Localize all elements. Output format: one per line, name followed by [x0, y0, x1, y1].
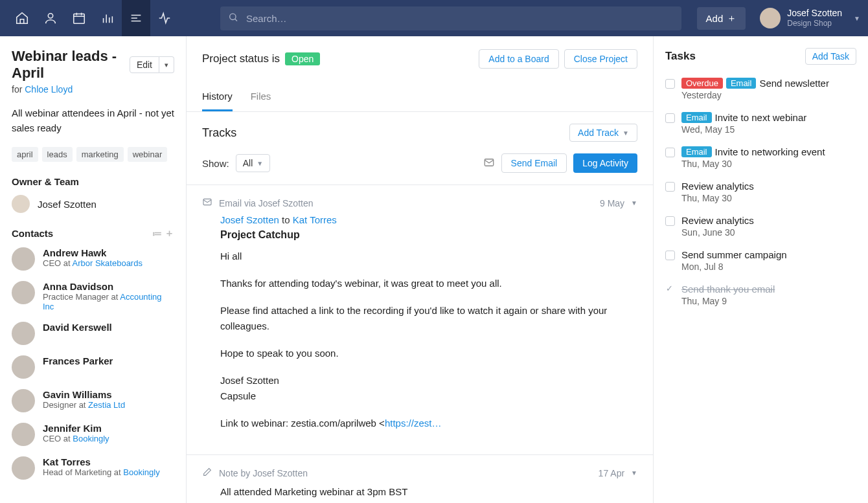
chevron-down-icon[interactable]: ▼ [631, 199, 637, 207]
list-icon[interactable] [122, 0, 150, 36]
task-date: Sun, June 30 [681, 227, 754, 238]
mail-icon[interactable] [483, 157, 495, 170]
for-link[interactable]: Chloe Lloyd [25, 84, 73, 95]
company-link[interactable]: Arbor Skateboards [73, 258, 143, 268]
contact-item[interactable]: Jennifer KimCEO at Bookingly [12, 423, 174, 446]
add-track-button[interactable]: Add Track ▼ [569, 124, 637, 142]
task-title: Invite to next webinar [715, 112, 807, 123]
task-title-line[interactable]: EmailInvite to networking event [681, 146, 825, 157]
user-name: Josef Szotten [787, 8, 842, 19]
add-contact-icon[interactable]: ＋ [165, 227, 174, 240]
add-to-board-button[interactable]: Add to a Board [479, 49, 558, 69]
tab-files[interactable]: Files [251, 91, 271, 111]
task-item: Review analyticsThu, May 30 [665, 181, 856, 203]
avatar [12, 355, 35, 379]
task-checkbox[interactable] [665, 148, 675, 157]
tag-chip[interactable]: webinar [128, 147, 168, 162]
search-box [220, 6, 681, 30]
contact-item[interactable]: David Kerswell [12, 322, 174, 345]
webinar-link[interactable]: https://zest… [385, 418, 442, 429]
owner-row[interactable]: Josef Szotten [12, 195, 174, 213]
log-activity-button[interactable]: Log Activity [573, 153, 637, 173]
feed-date: 9 May [600, 198, 624, 208]
person-icon[interactable] [36, 0, 65, 36]
tag-chip[interactable]: april [12, 147, 38, 162]
contact-item[interactable]: Gavin WilliamsDesigner at Zestia Ltd [12, 389, 174, 412]
contact-subtitle: Head of Marketing at Bookingly [43, 467, 160, 477]
contact-item[interactable]: Kat TorresHead of Marketing at Bookingly [12, 456, 174, 480]
feed-to-link[interactable]: Kat Torres [293, 214, 337, 225]
task-title-line[interactable]: Review analytics [681, 181, 754, 192]
activity-icon[interactable] [150, 0, 179, 36]
task-title: Review analytics [681, 181, 754, 192]
task-title-line[interactable]: OverdueEmailSend newsletter [681, 78, 829, 89]
contact-subtitle: Practice Manager at Accounting Inc [43, 292, 174, 311]
company-link[interactable]: Zestia Ltd [88, 400, 125, 410]
chart-icon[interactable] [93, 0, 122, 36]
task-date: Thu, May 30 [681, 193, 754, 203]
contact-subtitle: CEO at Arbor Skateboards [43, 258, 143, 268]
page-title: Webinar leads - April [12, 48, 124, 82]
contact-item[interactable]: Anna DavidsonPractice Manager at Account… [12, 281, 174, 311]
avatar [12, 195, 30, 213]
task-date: Thu, May 9 [681, 296, 775, 306]
show-filter-select[interactable]: All ▼ [236, 154, 270, 172]
user-sub: Design Shop [787, 19, 842, 28]
calendar-icon[interactable] [65, 0, 93, 36]
show-label: Show: [202, 158, 229, 169]
add-button-label: Add [706, 13, 724, 24]
contact-name: Anna Davidson [43, 281, 174, 292]
task-checkbox[interactable] [665, 251, 675, 260]
avatar [12, 456, 35, 480]
edit-caret-button[interactable]: ▾ [159, 56, 174, 73]
task-checkbox[interactable] [665, 285, 675, 295]
feed-from-link[interactable]: Josef Szotten [220, 214, 279, 225]
plus-icon: ＋ [727, 12, 737, 25]
feed-item: Email via Josef Szotten 9 May ▼ Josef Sz… [187, 185, 653, 455]
send-email-button[interactable]: Send Email [501, 153, 567, 173]
task-item: EmailInvite to networking eventThu, May … [665, 146, 856, 169]
task-checkbox[interactable] [665, 216, 675, 226]
task-title-line[interactable]: EmailInvite to next webinar [681, 112, 806, 123]
company-link[interactable]: Bookingly [123, 467, 159, 477]
task-item: Review analyticsSun, June 30 [665, 215, 856, 238]
task-title-line[interactable]: Send thank you email [681, 284, 775, 295]
tag-chip[interactable]: marketing [76, 147, 124, 162]
search-icon [228, 12, 238, 25]
topbar: Add ＋ Josef Szotten Design Shop ▼ [0, 0, 868, 36]
contact-name: David Kerswell [43, 322, 112, 333]
task-checkbox[interactable] [665, 182, 675, 192]
email-pill: Email [726, 78, 757, 89]
task-checkbox[interactable] [665, 79, 675, 89]
home-icon[interactable] [8, 0, 36, 36]
user-info: Josef Szotten Design Shop [787, 8, 842, 28]
add-button[interactable]: Add ＋ [697, 7, 746, 30]
tab-history[interactable]: History [202, 91, 233, 111]
edit-button[interactable]: Edit [130, 56, 159, 73]
avatar [12, 423, 35, 446]
tag-chip[interactable]: leads [42, 147, 73, 162]
feed-type-line: Note by Josef Szotten [219, 468, 308, 478]
avatar [12, 322, 35, 345]
task-title-line[interactable]: Review analytics [681, 215, 754, 226]
task-date: Thu, May 30 [681, 159, 825, 169]
chevron-down-icon[interactable]: ▼ [631, 469, 637, 476]
contact-subtitle: Designer at Zestia Ltd [43, 400, 125, 410]
nav-icons [8, 0, 179, 36]
company-link[interactable]: Bookingly [73, 434, 109, 443]
project-description: All webinar attendees in April - not yet… [12, 106, 174, 135]
task-date: Yesterday [681, 90, 829, 100]
user-menu[interactable]: Josef Szotten Design Shop ▼ [760, 8, 860, 28]
task-title-line[interactable]: Send summer campaign [681, 249, 787, 260]
contact-item[interactable]: Andrew HawkCEO at Arbor Skateboards [12, 247, 174, 271]
chevron-down-icon: ▼ [854, 15, 860, 22]
search-input[interactable] [220, 6, 681, 30]
status-line: Project status is Open [202, 52, 320, 65]
task-checkbox[interactable] [665, 113, 675, 123]
list-view-icon[interactable]: ≔ [152, 228, 162, 240]
close-project-button[interactable]: Close Project [564, 49, 637, 69]
add-task-button[interactable]: Add Task [805, 48, 856, 65]
task-title: Send summer campaign [681, 249, 787, 260]
left-sidebar: Webinar leads - April Edit ▾ for Chloe L… [0, 36, 187, 503]
contact-item[interactable]: Frances Parker [12, 355, 174, 379]
